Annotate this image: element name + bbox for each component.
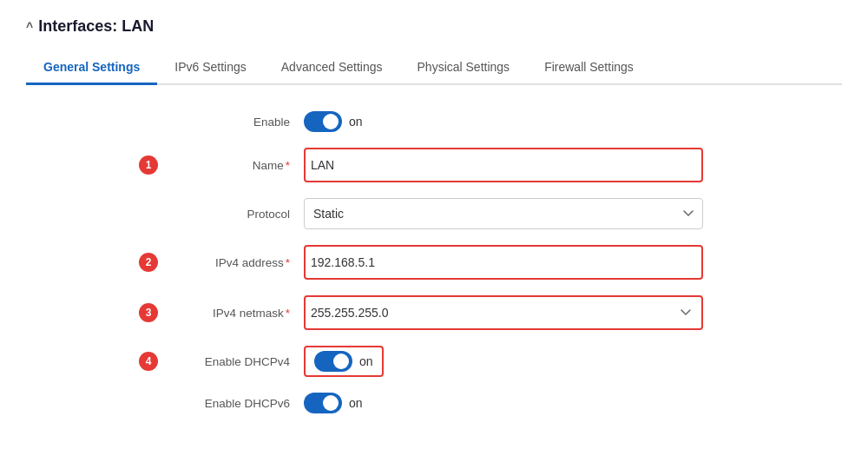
badge-4: 4 — [139, 352, 158, 371]
protocol-row: Protocol Static DHCP PPPoE Static IPv6 — [165, 198, 703, 229]
enable-toggle[interactable] — [304, 111, 342, 132]
dhcpv4-row: 4 Enable DHCPv4 on — [165, 346, 703, 377]
badge-3: 3 — [139, 303, 158, 322]
name-row: 1 Name* — [165, 148, 703, 182]
page-container: ^ Interfaces: LAN General Settings IPv6 … — [0, 0, 868, 456]
tab-advanced[interactable]: Advanced Settings — [264, 51, 400, 85]
tab-physical[interactable]: Physical Settings — [400, 51, 528, 85]
enable-toggle-wrap: on — [304, 111, 363, 132]
protocol-label: Protocol — [165, 208, 304, 221]
badge-2: 2 — [139, 253, 158, 272]
name-highlighted-wrapper — [304, 148, 703, 182]
ipv4-netmask-label: IPv4 netmask* — [165, 307, 304, 320]
ipv4-netmask-required: * — [286, 307, 290, 320]
dhcpv4-toggle[interactable] — [314, 351, 352, 372]
tabs-bar: General Settings IPv6 Settings Advanced … — [26, 51, 842, 85]
dhcpv4-slider — [314, 351, 352, 372]
enable-row: Enable on — [165, 111, 703, 132]
ipv4-netmask-select[interactable]: 255.255.255.0 255.255.0.0 255.0.0.0 — [311, 301, 696, 325]
ipv4-address-label: IPv4 address* — [165, 256, 304, 269]
dhcpv4-label: Enable DHCPv4 — [165, 355, 304, 368]
tab-firewall[interactable]: Firewall Settings — [527, 51, 651, 85]
ipv4-address-input[interactable] — [311, 250, 696, 274]
name-required: * — [286, 159, 290, 172]
chevron-icon: ^ — [26, 20, 33, 34]
name-input[interactable] — [311, 153, 696, 177]
dhcpv6-toggle-wrap: on — [304, 393, 363, 413]
dhcpv4-highlighted-wrapper: on — [304, 346, 384, 377]
ipv4-netmask-highlighted-wrapper: 255.255.255.0 255.255.0.0 255.0.0.0 — [304, 295, 703, 330]
form-area: Enable on 1 Name* Protocol Static — [130, 111, 738, 413]
enable-slider — [304, 111, 342, 132]
ipv4-address-required: * — [286, 256, 290, 269]
protocol-select[interactable]: Static DHCP PPPoE Static IPv6 — [304, 198, 703, 229]
badge-1: 1 — [139, 155, 158, 175]
dhcpv6-toggle[interactable] — [304, 393, 342, 413]
enable-status: on — [349, 115, 363, 129]
page-title: ^ Interfaces: LAN — [26, 17, 842, 36]
dhcpv4-status: on — [359, 354, 373, 368]
tab-general[interactable]: General Settings — [26, 51, 157, 85]
ipv4-address-row: 2 IPv4 address* — [165, 245, 703, 280]
dhcpv6-slider — [304, 393, 342, 413]
ipv4-address-highlighted-wrapper — [304, 245, 703, 280]
dhcpv6-row: Enable DHCPv6 on — [165, 393, 703, 413]
enable-label: Enable — [165, 116, 304, 129]
dhcpv6-label: Enable DHCPv6 — [165, 397, 304, 410]
dhcpv6-status: on — [349, 396, 363, 410]
tab-ipv6[interactable]: IPv6 Settings — [157, 51, 264, 85]
name-label: Name* — [165, 159, 304, 172]
ipv4-netmask-row: 3 IPv4 netmask* 255.255.255.0 255.255.0.… — [165, 295, 703, 330]
